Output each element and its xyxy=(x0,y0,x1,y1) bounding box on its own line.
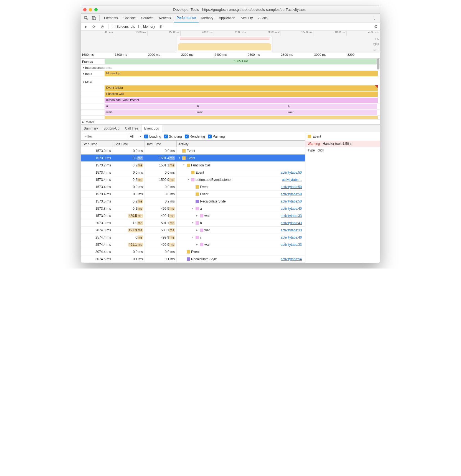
detail-tab-summary[interactable]: Summary xyxy=(81,125,101,132)
detail-tabs: SummaryBottom-UpCall TreeEvent Log xyxy=(81,125,380,132)
tab-performance[interactable]: Performance xyxy=(174,14,199,22)
event-log-row[interactable]: 1573.4 ms0.0 ms0.0 msEventactivitytabs:5… xyxy=(81,169,305,176)
event-log-row[interactable]: 1573.2 ms0.2 ms1501.1 ms▼Function Call xyxy=(81,162,305,169)
flame-event-click[interactable]: Event (click) xyxy=(105,85,378,91)
source-link[interactable]: activitytabs:50 xyxy=(281,192,303,196)
detail-tab-event-log[interactable]: Event Log xyxy=(141,125,162,132)
filter-rendering[interactable]: ✓Rendering xyxy=(185,135,205,138)
device-icon[interactable] xyxy=(90,14,98,22)
flame-c[interactable]: c xyxy=(286,104,377,109)
gc-icon[interactable]: 🗑 xyxy=(158,24,163,29)
flame-wait-b[interactable]: wait xyxy=(196,110,287,115)
overview-lane-labels: FPS CPU NET xyxy=(373,36,379,53)
track-frames[interactable]: Frames xyxy=(81,59,105,64)
activity-swatch-icon xyxy=(196,193,199,196)
window-title: Developer Tools - https://googlechrome.g… xyxy=(101,7,378,12)
activity-swatch-icon xyxy=(187,164,190,167)
filter-loading[interactable]: ✓Loading xyxy=(144,135,161,138)
event-log-row[interactable]: 2073.3 ms1.0 ms501.1 ms▼bactivitytabs:43 xyxy=(81,219,305,227)
col-activity[interactable]: Activity xyxy=(177,141,305,147)
event-log-row[interactable]: 1573.4 ms0.0 ms0.0 msEventactivitytabs:5… xyxy=(81,183,305,191)
source-link[interactable]: activitytabs… xyxy=(282,178,303,182)
flame-scrollbar[interactable] xyxy=(377,59,379,70)
detail-tab-bottom-up[interactable]: Bottom-Up xyxy=(101,125,122,132)
track-interactions[interactable]: ▼Interactionssponse xyxy=(81,65,105,70)
source-link[interactable]: activitytabs:33 xyxy=(281,214,303,218)
flame-wait-a[interactable]: wait xyxy=(105,110,196,115)
record-icon[interactable]: ● xyxy=(83,24,88,29)
source-link[interactable]: activitytabs:50 xyxy=(281,185,303,189)
activity-swatch-icon xyxy=(200,243,203,246)
inspect-icon[interactable] xyxy=(83,14,90,22)
event-log-row[interactable]: 1573.0 ms0.2 ms1501.4 ms▼Event xyxy=(81,155,305,162)
source-link[interactable]: activitytabs:33 xyxy=(281,243,303,247)
event-log-row[interactable]: 1573.5 ms0.2 ms0.2 msRecalculate Styleac… xyxy=(81,198,305,205)
memory-checkbox[interactable]: Memory xyxy=(138,25,155,29)
activity-swatch-icon xyxy=(187,250,190,254)
settings-icon[interactable]: ⚙ xyxy=(374,24,378,29)
tab-network[interactable]: Network xyxy=(156,14,174,22)
flame-listener[interactable]: button.addEventListener xyxy=(105,98,378,103)
reload-icon[interactable]: ⟳ xyxy=(92,24,97,29)
activity-swatch-icon xyxy=(196,236,199,239)
clear-icon[interactable]: ⊘ xyxy=(100,24,105,29)
event-log-row[interactable]: 3074.4 ms0.0 ms0.0 msEvent xyxy=(81,248,305,255)
event-log-row[interactable]: 1573.9 ms489.5 ms499.4 ms▶waitactivityta… xyxy=(81,212,305,219)
activity-swatch-icon xyxy=(196,185,199,189)
tab-audits[interactable]: Audits xyxy=(255,14,270,22)
flame-chart[interactable]: Frames 1505.1 ms ▼Interactionssponse ▼In… xyxy=(81,59,380,120)
overview-strip[interactable]: 500 ms1000 ms1500 ms2000 ms2500 ms3000 m… xyxy=(81,31,380,53)
col-start-time[interactable]: Start Time xyxy=(81,141,113,147)
input-bar[interactable]: Mouse Up xyxy=(105,71,378,76)
minimize-icon[interactable] xyxy=(89,8,92,11)
frame-bar[interactable]: 1505.1 ms xyxy=(105,59,378,64)
track-main[interactable]: ▼Main xyxy=(81,79,105,85)
source-link[interactable]: activitytabs:40 xyxy=(281,207,303,211)
filter-scripting[interactable]: ✓Scripting xyxy=(164,135,182,138)
source-link[interactable]: activitytabs:43 xyxy=(281,221,303,225)
col-total-time[interactable]: Total Time xyxy=(145,141,177,147)
flame-b[interactable]: b xyxy=(196,104,287,109)
panel-tabs: ElementsConsoleSourcesNetworkPerformance… xyxy=(81,14,380,22)
track-raster[interactable]: ▶Raster xyxy=(81,120,380,124)
source-link[interactable]: activitytabs:50 xyxy=(281,199,303,203)
event-log-row[interactable]: 1573.4 ms0.0 ms0.0 msEventactivitytabs:5… xyxy=(81,191,305,198)
source-link[interactable]: activitytabs:50 xyxy=(281,171,303,174)
detail-warning: Warning Handler took 1.50 s xyxy=(305,141,380,147)
tab-sources[interactable]: Sources xyxy=(138,14,156,22)
activity-swatch-icon xyxy=(182,149,186,153)
tab-memory[interactable]: Memory xyxy=(199,14,216,22)
svg-rect-1 xyxy=(94,17,96,20)
filter-painting[interactable]: ✓Painting xyxy=(208,135,225,138)
overview-selection[interactable] xyxy=(177,36,272,53)
filter-dropdown[interactable]: All▼ xyxy=(130,135,141,138)
event-log-row[interactable]: 1573.4 ms0.2 ms1500.9 ms▼button.addEvent… xyxy=(81,176,305,183)
flame-wait-c[interactable]: wait xyxy=(286,110,377,115)
source-link[interactable]: activitytabs:33 xyxy=(281,228,303,232)
detail-heading: Event xyxy=(305,132,380,141)
track-input[interactable]: ▼Input xyxy=(81,71,105,77)
screenshots-checkbox[interactable]: Screenshots xyxy=(112,25,135,29)
more-icon[interactable]: ⋮ xyxy=(371,16,378,20)
col-self-time[interactable]: Self Time xyxy=(113,141,145,147)
tab-console[interactable]: Console xyxy=(121,14,138,22)
event-log-row[interactable]: 2574.4 ms491.1 ms499.9 ms▶waitactivityta… xyxy=(81,241,305,248)
source-link[interactable]: activitytabs:46 xyxy=(281,236,303,239)
flame-a[interactable]: a xyxy=(105,104,196,109)
flame-function-call[interactable]: Function Call xyxy=(105,92,378,97)
source-link[interactable]: activitytabs:54 xyxy=(281,257,303,261)
event-log-row[interactable]: 2074.3 ms491.3 ms500.1 ms▶waitactivityta… xyxy=(81,227,305,234)
event-log-row[interactable]: 3074.5 ms0.1 ms0.1 msRecalculate Styleac… xyxy=(81,255,305,263)
detail-tab-call-tree[interactable]: Call Tree xyxy=(122,125,141,132)
event-log-row[interactable]: 1573.8 ms0.1 ms499.5 ms▼aactivitytabs:40 xyxy=(81,205,305,212)
tab-application[interactable]: Application xyxy=(216,14,238,22)
event-log-row[interactable]: 1573.0 ms0.0 ms0.0 msEvent xyxy=(81,147,305,155)
close-icon[interactable] xyxy=(83,8,87,11)
zoom-icon[interactable] xyxy=(94,8,98,11)
tab-elements[interactable]: Elements xyxy=(101,14,121,22)
activity-swatch-icon xyxy=(191,171,194,174)
tab-security[interactable]: Security xyxy=(238,14,255,22)
event-log-row[interactable]: 2574.4 ms0 ms499.9 ms▼cactivitytabs:46 xyxy=(81,234,305,241)
event-swatch-icon xyxy=(308,135,311,138)
filter-input[interactable] xyxy=(83,134,127,139)
